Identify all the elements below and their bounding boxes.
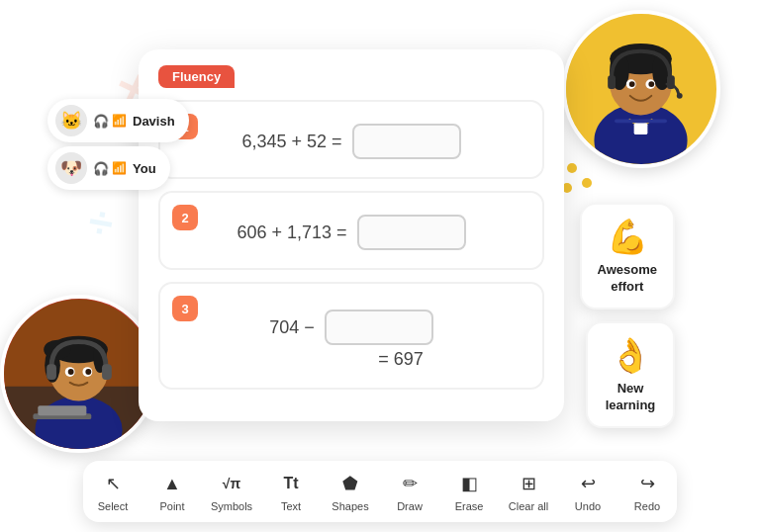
- question-card-3: 3 704 − = 697: [158, 282, 544, 390]
- student-photo: [0, 295, 158, 453]
- tool-symbols[interactable]: √π Symbols: [211, 471, 252, 512]
- question-number-2: 2: [172, 205, 198, 230]
- user-card-davish: 🐱 🎧 📶 Davish: [48, 99, 189, 142]
- svg-point-26: [85, 369, 91, 375]
- reaction-card-new-learning[interactable]: 👌 New learning: [586, 321, 675, 428]
- awesome-emoji: 💪: [607, 217, 648, 256]
- tool-erase[interactable]: ◧ Erase: [448, 471, 490, 512]
- shapes-label: Shapes: [332, 500, 368, 512]
- undo-label: Undo: [575, 500, 601, 512]
- tool-shapes[interactable]: ⬟ Shapes: [330, 471, 371, 512]
- user-davish-icons: 🎧 📶: [93, 114, 127, 129]
- text-label: Text: [281, 500, 301, 512]
- symbols-label: Symbols: [211, 500, 252, 512]
- question3-line1: 704 −: [269, 317, 315, 338]
- undo-icon: ↩: [581, 471, 596, 496]
- question-card-2: 2 606 + 1,713 =: [158, 191, 544, 270]
- answer-box-3[interactable]: [325, 310, 433, 345]
- teacher-photo: [562, 10, 720, 168]
- svg-rect-10: [608, 75, 616, 89]
- erase-icon: ◧: [461, 471, 478, 496]
- shapes-icon: ⬟: [342, 471, 358, 496]
- clear-all-label: Clear all: [509, 500, 548, 512]
- erase-label: Erase: [455, 500, 484, 512]
- svg-rect-14: [615, 119, 667, 123]
- draw-label: Draw: [397, 500, 423, 512]
- redo-icon: ↪: [640, 471, 655, 496]
- student-avatar-svg: [4, 298, 154, 451]
- svg-rect-28: [102, 364, 112, 380]
- headphone-icon-you: 🎧: [93, 161, 109, 176]
- dot-1: [567, 163, 577, 173]
- answer-box-2[interactable]: [357, 215, 466, 250]
- avatar-davish: 🐱: [55, 105, 87, 136]
- question3-row2: = 697: [378, 349, 424, 370]
- question-content-3: 704 − = 697: [180, 302, 522, 370]
- svg-rect-27: [47, 364, 56, 380]
- draw-icon: ✏: [403, 471, 418, 496]
- awesome-label: Awesome effort: [598, 262, 657, 296]
- question3-row1: 704 −: [269, 310, 433, 345]
- question-content-1: 6,345 + 52 =: [180, 120, 522, 159]
- wifi-icon-you: 📶: [112, 161, 127, 175]
- select-icon: ↖: [106, 471, 121, 496]
- redo-label: Redo: [634, 500, 660, 512]
- question-content-2: 606 + 1,713 =: [180, 211, 522, 250]
- question-panel: Fluency 1 6,345 + 52 = 2 606 + 1,713 = 3…: [139, 49, 564, 421]
- text-icon: Tt: [283, 471, 298, 496]
- select-label: Select: [98, 500, 129, 512]
- user-davish-name: Davish: [133, 114, 175, 129]
- teacher-avatar-svg: [566, 13, 716, 166]
- svg-point-12: [677, 92, 683, 98]
- tool-redo[interactable]: ↪ Redo: [626, 471, 668, 512]
- svg-point-9: [648, 81, 654, 87]
- new-learning-emoji: 👌: [610, 335, 651, 375]
- question-text-2: 606 + 1,713 =: [237, 222, 346, 243]
- point-icon: ▲: [163, 471, 181, 496]
- fluency-badge: Fluency: [158, 65, 235, 88]
- symbols-icon: √π: [223, 471, 240, 496]
- user-you-icons: 🎧 📶: [93, 161, 127, 176]
- answer-box-1[interactable]: [352, 124, 461, 159]
- svg-point-8: [629, 81, 635, 87]
- toolbar: ↖ Select ▲ Point √π Symbols Tt Text ⬟ Sh…: [83, 461, 677, 522]
- tool-text[interactable]: Tt Text: [270, 471, 312, 512]
- user-card-you: 🐶 🎧 📶 You: [48, 146, 170, 190]
- user-you-name: You: [133, 161, 156, 176]
- svg-rect-30: [38, 405, 86, 415]
- tool-select[interactable]: ↖ Select: [92, 471, 134, 512]
- question3-line2: = 697: [378, 349, 424, 370]
- point-label: Point: [159, 500, 184, 512]
- wifi-icon-davish: 📶: [112, 114, 127, 128]
- tool-clear-all[interactable]: ⊞ Clear all: [508, 471, 549, 512]
- avatar-you: 🐶: [55, 152, 87, 184]
- question-card-1: 1 6,345 + 52 =: [158, 100, 544, 179]
- svg-rect-13: [634, 123, 648, 134]
- reaction-card-awesome[interactable]: 💪 Awesome effort: [580, 203, 675, 310]
- tool-undo[interactable]: ↩ Undo: [567, 471, 609, 512]
- tool-point[interactable]: ▲ Point: [151, 471, 193, 512]
- headphone-icon-davish: 🎧: [93, 114, 109, 129]
- clear-all-icon: ⊞: [522, 471, 536, 496]
- svg-point-25: [68, 369, 74, 375]
- new-learning-label: New learning: [606, 381, 656, 414]
- deco-plus-symbol: ÷: [85, 196, 117, 248]
- question-number-3: 3: [172, 296, 198, 321]
- dot-2: [582, 178, 592, 188]
- tool-draw[interactable]: ✏ Draw: [389, 471, 430, 512]
- question3-wrap: 704 − = 697: [269, 306, 433, 370]
- question-text-1: 6,345 + 52 =: [241, 132, 341, 152]
